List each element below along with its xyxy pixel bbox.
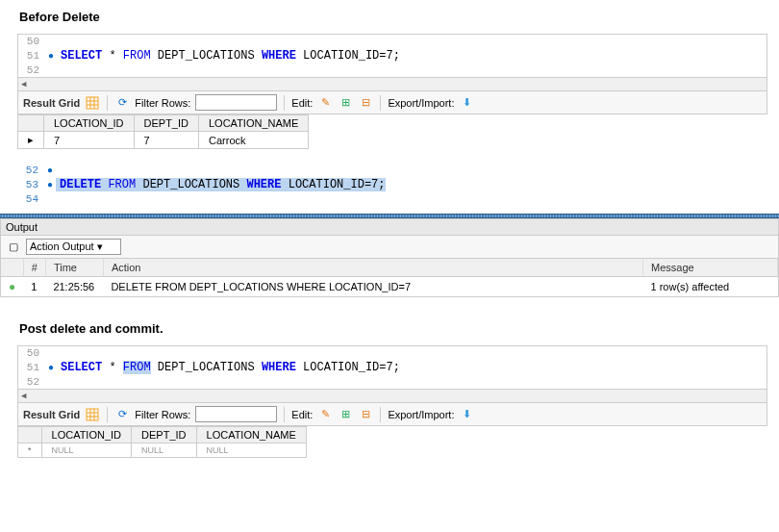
line-number: 51: [18, 50, 45, 62]
table-cell[interactable]: 7: [134, 132, 198, 149]
table-header[interactable]: LOCATION_ID: [41, 427, 132, 443]
output-layout-icon[interactable]: ▢: [6, 240, 21, 255]
result-grid-label: Result Grid: [23, 97, 80, 109]
filter-rows-label: Filter Rows:: [135, 409, 190, 420]
scroll-left-icon[interactable]: ◀: [21, 79, 33, 90]
line-number: 52: [18, 376, 45, 388]
section-delete: 52 ● 53 ● DELETE FROM DEPT_LOCATIONS WHE…: [0, 164, 779, 206]
output-cell: 1: [23, 277, 45, 297]
table-header[interactable]: LOCATION_ID: [44, 115, 135, 132]
sql-editor-1[interactable]: 50 51 ● SELECT * FROM DEPT_LOCATIONS WHE…: [17, 34, 767, 91]
delete-row-icon[interactable]: ⊟: [358, 95, 373, 111]
refresh-icon[interactable]: ⟳: [114, 407, 130, 422]
output-cell: DELETE FROM DEPT_LOCATIONS WHERE LOCATIO…: [103, 277, 642, 297]
result-grid-label: Result Grid: [23, 409, 80, 420]
add-row-icon[interactable]: ⊞: [338, 95, 353, 111]
code-line-highlighted[interactable]: DELETE FROM DEPT_LOCATIONS WHERE LOCATIO…: [56, 178, 386, 191]
row-marker-new: *: [18, 443, 42, 458]
output-cell: 1 row(s) affected: [643, 277, 778, 297]
add-row-icon[interactable]: ⊞: [338, 407, 353, 422]
table-cell-null[interactable]: NULL: [132, 443, 196, 458]
table-header[interactable]: LOCATION_NAME: [196, 427, 306, 443]
table-cell-null[interactable]: NULL: [196, 443, 306, 458]
breakpoint-marker[interactable]: ●: [45, 363, 57, 373]
svg-rect-0: [87, 97, 98, 109]
output-cell: 21:25:56: [45, 277, 103, 297]
scroll-left-icon[interactable]: ◀: [21, 391, 33, 402]
filter-rows-input[interactable]: [195, 406, 277, 422]
line-number: 53: [17, 179, 44, 190]
code-line[interactable]: SELECT * FROM DEPT_LOCATIONS WHERE LOCAT…: [57, 361, 400, 374]
sql-editor-2[interactable]: 52 ● 53 ● DELETE FROM DEPT_LOCATIONS WHE…: [17, 164, 767, 206]
filter-rows-label: Filter Rows:: [135, 97, 190, 109]
output-type-dropdown[interactable]: Action Output ▾: [26, 239, 121, 255]
output-title: Output: [1, 219, 778, 236]
svg-rect-5: [87, 409, 98, 420]
edit-icon[interactable]: ✎: [317, 407, 333, 422]
breakpoint-marker[interactable]: ●: [44, 180, 56, 190]
row-marker: ▸: [18, 132, 44, 149]
edit-icon[interactable]: ✎: [317, 95, 333, 111]
table-row[interactable]: ▸ 7 7 Carrock: [18, 132, 309, 149]
sql-editor-3[interactable]: 50 51 ● SELECT * FROM DEPT_LOCATIONS WHE…: [17, 345, 767, 403]
line-number: 52: [18, 64, 45, 76]
section-before-delete: Before Delete 50 51 ● SELECT * FROM DEPT…: [0, 0, 779, 149]
table-cell[interactable]: Carrock: [199, 132, 309, 149]
table-header[interactable]: DEPT_ID: [132, 427, 196, 443]
breakpoint-marker[interactable]: ●: [44, 165, 56, 176]
breakpoint-marker[interactable]: ●: [45, 51, 57, 62]
status-success-icon: ●: [1, 277, 23, 297]
grid-icon[interactable]: [85, 95, 100, 111]
output-panel: Output ▢ Action Output ▾ # Time Action M…: [0, 218, 779, 297]
heading-after: Post delete and commit.: [0, 312, 779, 345]
table-header[interactable]: DEPT_ID: [134, 115, 198, 132]
line-number: 51: [18, 362, 45, 373]
result-table-1: LOCATION_ID DEPT_ID LOCATION_NAME ▸ 7 7 …: [17, 114, 309, 149]
output-col-message: Message: [643, 259, 778, 277]
output-col-action: Action: [103, 259, 642, 277]
edit-label: Edit:: [291, 409, 313, 420]
line-number: 52: [17, 165, 44, 176]
table-cell[interactable]: 7: [44, 132, 135, 149]
output-row[interactable]: ● 1 21:25:56 DELETE FROM DEPT_LOCATIONS …: [1, 277, 778, 297]
export-icon[interactable]: ⬇: [459, 407, 474, 422]
delete-row-icon[interactable]: ⊟: [358, 407, 373, 422]
line-number: 50: [18, 347, 45, 359]
horizontal-scrollbar[interactable]: ◀: [18, 77, 766, 90]
result-toolbar: Result Grid ⟳ Filter Rows: Edit: ✎ ⊞ ⊟ E…: [17, 91, 767, 114]
heading-before: Before Delete: [0, 0, 779, 34]
horizontal-scrollbar[interactable]: ◀: [18, 389, 766, 402]
refresh-icon[interactable]: ⟳: [114, 95, 130, 111]
output-col-num: #: [23, 259, 45, 277]
output-col-time: Time: [45, 259, 103, 277]
code-line[interactable]: SELECT * FROM DEPT_LOCATIONS WHERE LOCAT…: [57, 49, 400, 63]
result-table-2: LOCATION_ID DEPT_ID LOCATION_NAME * NULL…: [17, 426, 307, 458]
line-number: 50: [18, 36, 45, 47]
line-number: 54: [17, 193, 44, 205]
result-toolbar: Result Grid ⟳ Filter Rows: Edit: ✎ ⊞ ⊟ E…: [17, 403, 767, 426]
export-icon[interactable]: ⬇: [459, 95, 474, 111]
table-cell-null[interactable]: NULL: [41, 443, 132, 458]
edit-label: Edit:: [291, 97, 313, 109]
table-header[interactable]: LOCATION_NAME: [199, 115, 309, 132]
grid-icon[interactable]: [85, 407, 100, 422]
section-post-delete: Post delete and commit. 50 51 ● SELECT *…: [0, 312, 779, 458]
table-row-empty[interactable]: * NULL NULL NULL: [18, 443, 307, 458]
export-import-label: Export/Import:: [388, 97, 454, 109]
filter-rows-input[interactable]: [195, 94, 277, 111]
export-import-label: Export/Import:: [388, 409, 454, 420]
